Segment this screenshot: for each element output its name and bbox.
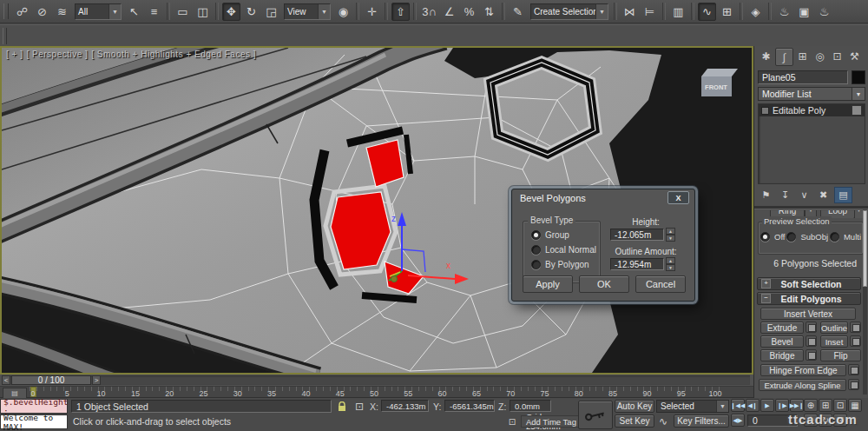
remove-modifier-icon[interactable]: ✖ xyxy=(815,188,832,202)
set-key-toggle-button[interactable] xyxy=(578,401,613,429)
bevel-button[interactable]: Bevel xyxy=(760,335,804,348)
object-name-field[interactable]: Plane05 xyxy=(758,70,848,84)
percent-snap-toggle-icon[interactable]: % xyxy=(460,3,478,21)
named-selection-set-dropdown[interactable]: Create Selection Se▼ xyxy=(530,3,608,20)
extrude-button[interactable]: Extrude xyxy=(760,322,804,334)
extrude-along-spline-button[interactable]: Extrude Along Spline xyxy=(759,379,846,391)
preview-off-radio[interactable]: Off xyxy=(760,232,786,242)
viewport-shading-menu[interactable]: [ Smooth + Highlights + Edged Faces ] xyxy=(91,50,256,59)
outline-button[interactable]: Outline xyxy=(820,322,848,334)
maxscript-mini-listener-output[interactable]: Welcome to MAX! xyxy=(0,414,68,429)
orbit-button[interactable]: ↻ xyxy=(819,414,832,427)
modifier-list-dropdown[interactable]: Modifier List ▼ xyxy=(758,87,865,101)
bind-to-space-warp-icon[interactable]: ≋ xyxy=(53,3,71,21)
select-and-link-icon[interactable]: ☍ xyxy=(13,3,31,21)
tab-modify[interactable]: ∫ xyxy=(775,48,793,66)
key-mode-toggle[interactable]: ◀▶ xyxy=(731,414,745,427)
bevel-type-group-radio[interactable]: Group xyxy=(531,230,600,240)
bevel-settings-button[interactable] xyxy=(806,335,817,347)
zoom-all-button[interactable]: ⊞ xyxy=(819,399,832,412)
auto-key-button[interactable]: Auto Key xyxy=(615,400,654,413)
mirror-icon[interactable]: ⋈ xyxy=(621,3,639,21)
align-icon[interactable]: ⊨ xyxy=(641,3,659,21)
track-bar[interactable]: ▤ 05101520253035404550556065707580859095… xyxy=(0,387,753,398)
zoom-extents-button[interactable]: ⊡ xyxy=(833,399,847,412)
select-and-move-icon[interactable]: ✥ xyxy=(222,3,240,21)
select-and-manipulate-icon[interactable]: ✛ xyxy=(363,3,381,21)
select-by-name-icon[interactable]: ≡ xyxy=(145,3,163,21)
bevel-type-by-polygon-radio[interactable]: By Polygon xyxy=(531,260,600,269)
bevel-type-local-normal-radio[interactable]: Local Normal xyxy=(531,245,600,255)
spinner-snap-toggle-icon[interactable]: ⇅ xyxy=(480,3,498,21)
edit-polygons-rollout[interactable]: − Edit Polygons xyxy=(757,292,861,305)
tab-display[interactable]: ⊡ xyxy=(829,48,845,64)
use-pivot-point-center-icon[interactable]: ◉ xyxy=(334,3,352,21)
rectangular-selection-region-icon[interactable]: ▭ xyxy=(174,3,192,21)
dialog-titlebar[interactable]: Bevel Polygons X xyxy=(512,189,694,206)
render-setup-icon[interactable]: ♨ xyxy=(775,3,793,21)
pin-stack-icon[interactable]: ⚑ xyxy=(758,188,774,202)
play-button[interactable]: ▶ xyxy=(760,399,774,412)
zoom-region-button[interactable]: ▦ xyxy=(848,399,862,412)
edit-named-selection-sets-icon[interactable]: ✎ xyxy=(509,3,527,21)
selection-filter-dropdown[interactable]: All▼ xyxy=(75,3,122,20)
select-and-rotate-icon[interactable]: ↻ xyxy=(242,3,260,21)
hinge-settings-button[interactable] xyxy=(848,364,859,375)
scrollbar-thumb[interactable] xyxy=(863,210,867,287)
unlink-selection-icon[interactable]: ⊘ xyxy=(33,3,51,21)
maxscript-mini-listener-macro[interactable]: $.bevelHeight : xyxy=(0,399,68,414)
snaps-toggle-3d-icon[interactable]: 3∩ xyxy=(420,3,438,21)
object-color-swatch[interactable] xyxy=(852,70,865,84)
viewport-pov-menu[interactable]: [ Perspective ] xyxy=(26,50,88,59)
viewport-nav-menu[interactable]: [ + ] xyxy=(6,50,23,59)
bridge-button[interactable]: Bridge xyxy=(760,349,804,361)
select-object-icon[interactable]: ↖ xyxy=(125,3,143,21)
extrude-settings-button[interactable] xyxy=(806,322,817,333)
bridge-settings-button[interactable] xyxy=(806,349,817,361)
x-coord-field[interactable]: -462.133m xyxy=(381,400,429,412)
time-slider-track[interactable] xyxy=(2,375,750,385)
selection-set-keying-dropdown[interactable]: Selected ▼ xyxy=(656,400,729,413)
material-editor-icon[interactable]: ◈ xyxy=(746,3,765,21)
stack-item-editable-poly[interactable]: Editable Poly xyxy=(759,104,865,116)
height-field[interactable]: -12.065m xyxy=(610,229,664,241)
stack-expand-icon[interactable] xyxy=(761,107,769,115)
window-crossing-toggle-icon[interactable]: ◫ xyxy=(194,3,212,21)
time-slider-handle[interactable]: 0 / 100 xyxy=(11,375,91,385)
default-in-out-tangents-icon[interactable]: ∿ xyxy=(656,414,670,428)
go-to-start-button[interactable]: ❙◀◀ xyxy=(731,399,745,412)
extrude-along-spline-settings-button[interactable] xyxy=(848,379,859,390)
hinge-from-edge-button[interactable]: Hinge From Edge xyxy=(760,364,846,376)
add-time-tag[interactable]: Add Time Tag xyxy=(521,415,585,428)
curve-editor-icon[interactable]: ∿ xyxy=(698,3,716,21)
height-spinner[interactable]: ▲▼ xyxy=(666,228,675,242)
render-production-icon[interactable]: ♨ xyxy=(815,3,833,21)
previous-frame-arrow[interactable]: < xyxy=(2,375,10,385)
toolbar-grip[interactable] xyxy=(3,3,9,19)
panel-scrollbar[interactable] xyxy=(863,209,867,395)
inset-button[interactable]: Inset xyxy=(820,335,848,348)
angle-snap-toggle-icon[interactable]: ∠ xyxy=(440,3,458,21)
rendered-frame-window-icon[interactable]: ▣ xyxy=(795,3,813,21)
set-key-button[interactable]: Set Key xyxy=(615,414,654,428)
pan-button[interactable]: ✥ xyxy=(804,414,818,427)
outline-amount-field[interactable]: -12.954m xyxy=(610,258,664,270)
tab-hierarchy[interactable]: ⊞ xyxy=(794,48,811,64)
outline-amount-spinner[interactable]: ▲▼ xyxy=(666,257,675,271)
next-frame-button[interactable]: ❙▶ xyxy=(775,399,789,412)
make-unique-icon[interactable]: ∨ xyxy=(796,188,812,202)
select-and-uniform-scale-icon[interactable]: ◲ xyxy=(262,3,280,21)
soft-selection-rollout[interactable]: + Soft Selection xyxy=(757,277,861,290)
outline-settings-button[interactable] xyxy=(850,322,861,333)
apply-button[interactable]: Apply xyxy=(523,275,573,293)
next-frame-arrow[interactable]: > xyxy=(92,375,101,385)
insert-vertex-button[interactable]: Insert Vertex xyxy=(760,308,856,320)
inset-settings-button[interactable] xyxy=(850,335,861,347)
keyboard-shortcut-override-icon[interactable]: ⇧ xyxy=(391,3,410,21)
preview-multi-radio[interactable]: Multi xyxy=(830,232,861,242)
show-end-result-icon[interactable]: ↧ xyxy=(777,188,793,202)
selection-lock-icon[interactable] xyxy=(335,400,349,414)
maximize-viewport-toggle-button[interactable]: ⊠ xyxy=(833,414,847,427)
flip-button[interactable]: Flip xyxy=(820,349,861,361)
current-frame-field[interactable]: 0 xyxy=(747,414,798,427)
